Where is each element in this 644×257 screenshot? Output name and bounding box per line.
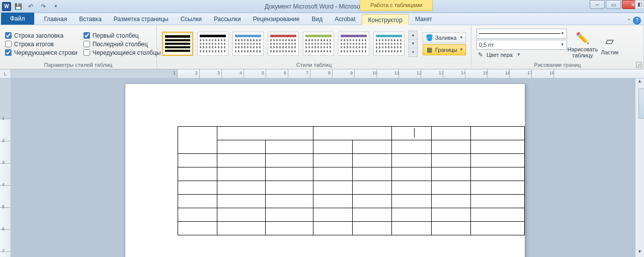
line-style-select[interactable]: ▼ [476,29,567,39]
borders-icon: ▦ [425,46,433,54]
draw-table-button[interactable]: ✏️Нарисовать таблицу [569,29,596,58]
ruler-toggle[interactable]: ◧ [635,0,644,9]
ruler-corner[interactable]: L [0,69,11,78]
shading-button[interactable]: 🪣Заливка▼ [423,32,466,43]
tab-view[interactable]: Вид [305,14,329,25]
line-weight-select[interactable]: 0,5 пт▼ [476,40,567,50]
contextual-tab-title: Работа с таблицами [360,0,433,11]
ruler-bar: L 123456789101112131415161718 ◧ [0,69,644,78]
tab-mailings[interactable]: Рассылки [208,14,247,25]
tab-design[interactable]: Конструктор [362,14,409,25]
ribbon-tabs: Файл Главная Вставка Разметка страницы С… [0,13,644,25]
style-thumb-4[interactable] [268,32,299,56]
gallery-scroll[interactable]: ▲▼▾ [409,31,418,57]
group-label-table-styles: Стили таблиц [157,62,471,69]
table-row[interactable] [178,167,525,181]
table-row[interactable] [178,181,525,195]
table-row[interactable] [178,222,525,235]
group-table-style-options: Строка заголовка Строка итогов Чередующи… [0,25,157,69]
horizontal-ruler[interactable]: 123456789101112131415161718 [11,69,644,78]
chk-banded-columns[interactable]: Чередующиеся столбцы [84,49,161,56]
undo-button[interactable]: ↶ [25,1,36,12]
pen-color-button[interactable]: ✎Цвет пера▼ [476,51,567,59]
style-thumb-7[interactable] [373,32,405,56]
text-cursor [414,128,415,137]
tab-layout[interactable]: Макет [409,14,438,25]
style-thumb-6[interactable] [338,32,369,56]
chk-header-row[interactable]: Строка заголовка [5,32,77,39]
pen-icon: ✎ [476,51,485,59]
page [125,83,525,257]
file-tab[interactable]: Файл [1,13,34,25]
style-thumb-1[interactable] [162,32,193,56]
group-draw-borders: ▼ 0,5 пт▼ ✎Цвет пера▼ ✏️Нарисовать табли… [471,25,644,69]
save-button[interactable]: 💾 [13,1,24,12]
vertical-ruler[interactable]: 1234567 [0,78,11,257]
ribbon: Строка заголовка Строка итогов Чередующи… [0,25,644,69]
qat-dropdown[interactable]: ▼ [50,1,61,12]
maximize-button[interactable]: ▭ [606,0,621,9]
table-row[interactable] [178,127,525,140]
table-row[interactable] [178,208,525,222]
table-styles-gallery: ▲▼▾ [160,31,418,57]
borders-button[interactable]: ▦Границы▼ [423,44,466,55]
group-table-styles: ▲▼▾ 🪣Заливка▼ ▦Границы▼ Стили таблиц [157,25,471,69]
tab-references[interactable]: Ссылки [175,14,208,25]
tab-home[interactable]: Главная [38,14,73,25]
vertical-scrollbar[interactable]: ▲ ▼ [635,78,644,257]
tab-insert[interactable]: Вставка [73,14,108,25]
group-label-style-options: Параметры стилей таблиц [0,62,156,69]
tab-acrobat[interactable]: Acrobat [329,14,361,25]
word-app-icon: W [2,2,11,11]
tab-review[interactable]: Рецензирование [247,14,306,25]
table-row[interactable] [178,154,525,167]
chk-first-column[interactable]: Первый столбец [84,32,161,39]
redo-button[interactable]: ↷ [38,1,49,12]
workspace: 1234567 [0,78,644,257]
style-thumb-3[interactable] [232,32,264,56]
document-table[interactable] [178,126,525,235]
tab-page-layout[interactable]: Разметка страницы [108,14,175,25]
dialog-launcher[interactable]: ◿ [636,62,642,68]
title-bar: W 💾 ↶ ↷ ▼ Документ Microsoft Word - Micr… [0,0,644,13]
eraser-button[interactable]: ▱Ластик [596,32,623,55]
style-thumb-2[interactable] [197,32,228,56]
table-row[interactable] [178,195,525,208]
draw-table-icon: ✏️ [575,31,591,45]
minimize-ribbon-icon[interactable]: ⌃ [627,18,631,24]
style-thumb-5[interactable] [303,32,334,56]
document-area[interactable] [11,78,635,257]
chk-last-column[interactable]: Последний столбец [84,41,161,48]
chk-banded-rows[interactable]: Чередующиеся строки [5,49,77,56]
help-icon[interactable]: ? [633,17,641,25]
minimize-button[interactable]: ─ [590,0,605,9]
quick-access-toolbar: W 💾 ↶ ↷ ▼ [0,1,61,12]
eraser-icon: ▱ [602,34,618,48]
chk-total-row[interactable]: Строка итогов [5,41,77,48]
group-label-draw-borders: Рисование границ◿ [471,62,643,69]
table-row[interactable] [178,140,525,154]
bucket-icon: 🪣 [425,34,433,42]
